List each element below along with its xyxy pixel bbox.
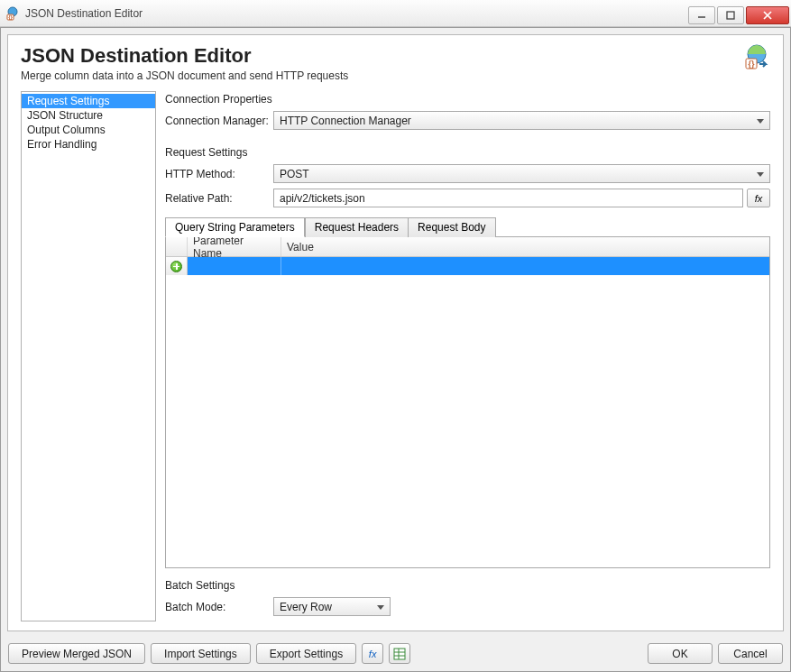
- tab-label: Query String Parameters: [175, 221, 295, 234]
- button-label: OK: [672, 648, 687, 660]
- page-subtitle: Merge column data into a JSON document a…: [21, 69, 348, 82]
- sidebar-item-error-handling[interactable]: Error Handling: [22, 137, 155, 152]
- window-title: JSON Destination Editor: [25, 7, 143, 20]
- grid-cell-value[interactable]: [281, 257, 769, 275]
- svg-text:{}: {}: [748, 60, 755, 69]
- connection-manager-value: HTTP Connection Manager: [280, 115, 411, 127]
- grid-header-value[interactable]: Value: [281, 237, 769, 256]
- relative-path-label: Relative Path:: [165, 192, 273, 205]
- titlebar: {} JSON Destination Editor: [0, 0, 791, 27]
- sidebar-item-output-columns[interactable]: Output Columns: [22, 123, 155, 137]
- grid-row[interactable]: [166, 257, 769, 275]
- svg-rect-4: [727, 12, 734, 19]
- sidebar-item-json-structure[interactable]: JSON Structure: [22, 108, 155, 123]
- maximize-button[interactable]: [717, 6, 744, 24]
- close-button[interactable]: [746, 6, 789, 24]
- cancel-button[interactable]: Cancel: [718, 643, 783, 664]
- footer: Preview Merged JSON Import Settings Expo…: [1, 638, 790, 671]
- tab-label: Request Headers: [315, 221, 399, 234]
- section-request-settings: Request Settings: [165, 146, 770, 159]
- relative-path-input[interactable]: [273, 189, 743, 207]
- http-method-select[interactable]: POST: [273, 164, 770, 183]
- button-label: Import Settings: [164, 648, 237, 660]
- batch-mode-label: Batch Mode:: [165, 601, 273, 613]
- tab-request-headers[interactable]: Request Headers: [305, 217, 409, 237]
- plus-icon: [170, 261, 182, 272]
- expression-button[interactable]: fx: [747, 189, 770, 207]
- connection-manager-select[interactable]: HTTP Connection Manager: [273, 111, 770, 130]
- button-label: Preview Merged JSON: [22, 648, 132, 660]
- ok-button[interactable]: OK: [648, 643, 713, 664]
- add-row-button[interactable]: [166, 257, 188, 275]
- tab-request-body[interactable]: Request Body: [409, 217, 495, 237]
- sidebar-item-label: JSON Structure: [27, 109, 103, 122]
- import-settings-button[interactable]: Import Settings: [151, 643, 251, 664]
- request-tabs: Query String Parameters Request Headers …: [165, 216, 770, 236]
- script-fx-button[interactable]: fx: [362, 643, 383, 664]
- tab-panel: Parameter Name Value: [165, 236, 770, 568]
- fx-icon: fx: [755, 193, 763, 204]
- minimize-button[interactable]: [688, 6, 715, 24]
- grid-body: [166, 257, 769, 567]
- section-connection-properties: Connection Properties: [165, 93, 770, 106]
- grid-header-icon-col: [166, 237, 188, 256]
- window-frame: JSON Destination Editor Merge column dat…: [0, 27, 791, 672]
- fx-icon: fx: [369, 649, 377, 659]
- tab-query-string-parameters[interactable]: Query String Parameters: [165, 217, 305, 237]
- sidebar-item-label: Output Columns: [27, 124, 106, 136]
- svg-rect-10: [394, 649, 405, 659]
- http-method-label: HTTP Method:: [165, 168, 273, 180]
- sidebar: Request Settings JSON Structure Output C…: [21, 91, 156, 621]
- http-method-value: POST: [280, 168, 309, 180]
- header-logo-icon: {}: [743, 44, 770, 74]
- export-settings-button[interactable]: Export Settings: [256, 643, 356, 664]
- button-label: Export Settings: [270, 648, 343, 660]
- main-panel: Connection Properties Connection Manager…: [165, 91, 770, 621]
- sidebar-item-label: Request Settings: [27, 95, 109, 107]
- grid-header-name[interactable]: Parameter Name: [188, 237, 281, 256]
- grid-header: Parameter Name Value: [166, 237, 769, 257]
- preview-merged-json-button[interactable]: Preview Merged JSON: [8, 643, 145, 664]
- page-title: JSON Destination Editor: [21, 44, 348, 68]
- properties-button[interactable]: [389, 643, 410, 664]
- batch-mode-value: Every Row: [280, 601, 332, 613]
- batch-mode-select[interactable]: Every Row: [273, 597, 391, 616]
- connection-manager-label: Connection Manager:: [165, 115, 273, 127]
- sidebar-item-request-settings[interactable]: Request Settings: [22, 94, 155, 108]
- svg-text:{}: {}: [8, 14, 13, 20]
- button-label: Cancel: [733, 648, 767, 660]
- app-icon: {}: [5, 6, 20, 21]
- tab-label: Request Body: [418, 221, 485, 234]
- header: JSON Destination Editor Merge column dat…: [8, 35, 783, 87]
- section-batch-settings: Batch Settings: [165, 579, 770, 592]
- properties-icon: [393, 648, 406, 660]
- sidebar-item-label: Error Handling: [27, 138, 97, 151]
- grid-cell-name[interactable]: [188, 257, 281, 275]
